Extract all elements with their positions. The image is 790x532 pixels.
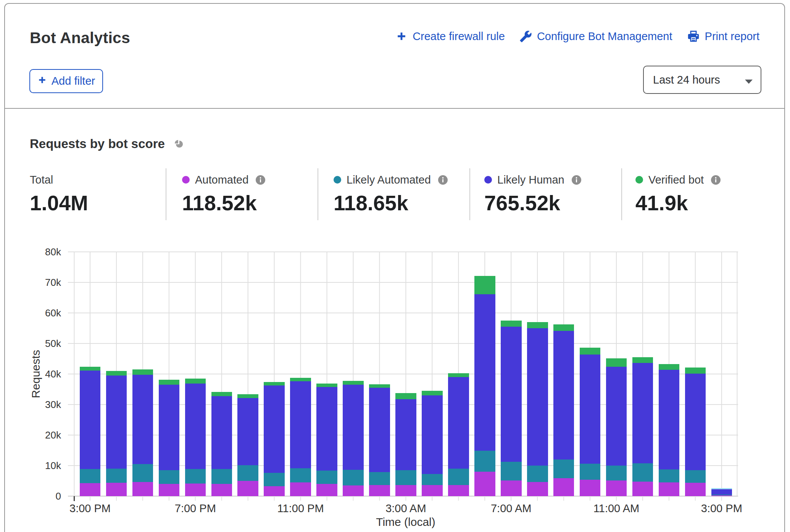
stat-automated: Automated 118.52k	[182, 168, 265, 215]
wrench-icon	[519, 30, 532, 43]
stat-label: Verified bot	[648, 174, 704, 186]
section-heading: Requests by bot score	[30, 136, 183, 152]
info-icon[interactable]	[711, 175, 721, 185]
stat-verified-bot: Verified bot 41.9k	[635, 168, 721, 215]
stat-likely-human: Likely Human 765.52k	[484, 168, 581, 215]
configure-bot-management-label: Configure Bot Management	[537, 30, 672, 43]
stat-value: 118.52k	[182, 191, 265, 215]
info-icon[interactable]	[572, 175, 581, 185]
svg-text:0: 0	[56, 490, 61, 502]
stat-label: Automated	[195, 174, 248, 186]
info-icon[interactable]	[256, 175, 265, 185]
legend-dot	[635, 176, 643, 184]
svg-text:7:00 AM: 7:00 AM	[491, 502, 531, 514]
time-range-value: Last 24 hours	[653, 74, 720, 86]
stat-value: 765.52k	[484, 191, 581, 215]
svg-text:20k: 20k	[45, 429, 61, 441]
svg-text:11:00 PM: 11:00 PM	[277, 502, 324, 514]
page-title: Bot Analytics	[30, 29, 130, 47]
svg-text:11:00 AM: 11:00 AM	[593, 502, 639, 514]
stat-label: Likely Human	[497, 174, 564, 186]
section-heading-text: Requests by bot score	[30, 137, 165, 151]
header-actions: Create firewall rule Configure Bot Manag…	[395, 30, 759, 43]
svg-text:60k: 60k	[45, 307, 61, 319]
printer-icon	[687, 30, 700, 43]
stat-value: 41.9k	[635, 191, 721, 215]
plus-icon	[37, 75, 47, 87]
pie-chart-icon	[174, 137, 183, 152]
svg-text:3:00 PM: 3:00 PM	[69, 502, 111, 514]
stat-total-value: 1.04M	[30, 191, 88, 215]
print-report-label: Print report	[705, 30, 759, 43]
stats-row: Total 1.04M Automated 118.52k Likely Aut…	[0, 168, 790, 220]
svg-text:10k: 10k	[45, 460, 61, 471]
legend-dot	[484, 176, 492, 184]
print-report-link[interactable]: Print report	[687, 30, 759, 43]
stat-value: 118.65k	[334, 191, 448, 215]
svg-text:3:00 PM: 3:00 PM	[701, 502, 742, 514]
configure-bot-management-link[interactable]: Configure Bot Management	[519, 30, 672, 43]
chevron-down-icon	[745, 79, 753, 85]
stat-total: Total 1.04M	[30, 168, 88, 215]
plus-icon	[395, 30, 408, 42]
create-firewall-rule-link[interactable]: Create firewall rule	[395, 30, 505, 43]
stats-divider	[621, 168, 622, 220]
legend-dot	[182, 176, 190, 184]
stats-divider	[469, 168, 470, 220]
stats-divider	[318, 168, 318, 220]
svg-text:40k: 40k	[45, 368, 61, 380]
header-divider	[4, 108, 785, 109]
stats-divider	[166, 168, 166, 220]
svg-text:7:00 PM: 7:00 PM	[175, 502, 216, 514]
time-range-select[interactable]: Last 24 hours	[643, 66, 761, 94]
svg-text:30k: 30k	[45, 399, 61, 410]
stat-total-label: Total	[30, 174, 53, 186]
requests-by-bot-score-chart: 010k20k30k40k50k60k70k80k3:00 PM7:00 PM1…	[0, 237, 790, 532]
svg-text:70k: 70k	[45, 277, 61, 288]
svg-text:Time (local): Time (local)	[376, 516, 435, 528]
svg-text:50k: 50k	[45, 338, 61, 349]
stat-label: Likely Automated	[347, 174, 431, 186]
info-icon[interactable]	[438, 175, 448, 185]
svg-text:3:00 AM: 3:00 AM	[385, 502, 426, 514]
svg-text:Requests: Requests	[29, 350, 42, 398]
legend-dot	[334, 176, 341, 184]
create-firewall-rule-label: Create firewall rule	[413, 30, 505, 43]
add-filter-label: Add filter	[52, 75, 95, 87]
bot-analytics-page: Bot Analytics Create firewall rule Confi…	[0, 0, 790, 532]
svg-text:80k: 80k	[45, 246, 61, 258]
add-filter-button[interactable]: Add filter	[29, 69, 103, 93]
stat-likely-automated: Likely Automated 118.65k	[334, 168, 448, 215]
